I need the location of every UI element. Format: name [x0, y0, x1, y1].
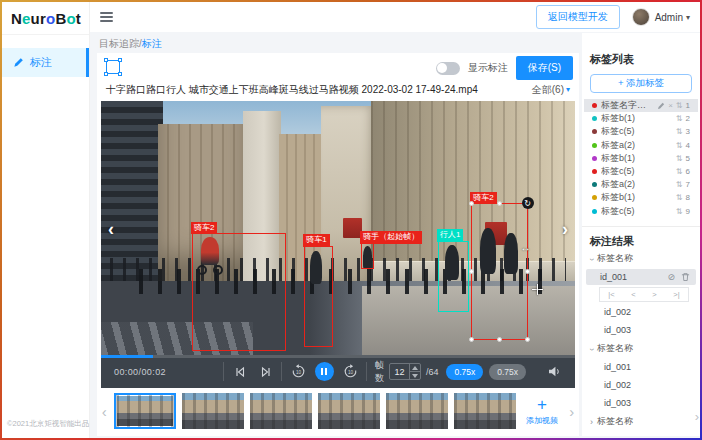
breadcrumb-parent[interactable]: 目标追踪	[99, 38, 139, 49]
resize-handle[interactable]	[469, 269, 474, 274]
menu-collapse-icon[interactable]	[100, 12, 113, 22]
result-item[interactable]: id_003	[590, 323, 692, 338]
rewind-10-icon[interactable]: 10	[291, 364, 306, 379]
shortcut-icon: ⇅	[676, 180, 683, 189]
tag-row[interactable]: 标签名字最长数... × ⇅ 1	[584, 99, 698, 112]
tag-row[interactable]: 标签b(1) ⇅ 8	[590, 191, 692, 204]
tag-row[interactable]: 标签b(1) ⇅ 2	[590, 112, 692, 125]
logo-part: o	[66, 10, 75, 27]
tag-row[interactable]: 标签c(5) ⇅ 6	[590, 165, 692, 178]
shortcut-icon: ⇅	[676, 141, 683, 150]
filter-label: 全部(6)	[532, 83, 564, 97]
resize-handle[interactable]	[525, 337, 530, 342]
logo-part: t	[76, 10, 81, 27]
panel-scroll-chevron[interactable]: ›	[695, 409, 699, 424]
box-rotate-handle[interactable]: ↻	[522, 197, 534, 209]
user-avatar[interactable]	[632, 8, 650, 26]
tag-color-dot	[592, 169, 597, 174]
forward-10-icon[interactable]: 10	[343, 364, 358, 379]
speed-pill-inactive[interactable]: 0.75x	[489, 364, 526, 380]
trash-icon[interactable]	[681, 272, 690, 282]
app-logo: NeuroBot	[2, 2, 89, 35]
show-annotation-toggle[interactable]	[436, 62, 460, 75]
result-item-selected[interactable]: id_001 ⊘	[586, 269, 696, 285]
logo-part: ur	[31, 10, 46, 27]
resize-handle[interactable]	[497, 337, 502, 342]
result-id: id_003	[604, 325, 631, 335]
step-up-icon[interactable]	[410, 364, 420, 371]
video-thumbnail[interactable]	[182, 393, 244, 429]
tag-name: 标签c(5)	[601, 205, 673, 218]
result-item[interactable]: id_002	[590, 305, 692, 320]
tag-row[interactable]: 标签a(2) ⇅ 7	[590, 178, 692, 191]
filmstrip-next-icon[interactable]: ›	[568, 403, 576, 420]
resize-handle[interactable]	[469, 201, 474, 206]
add-tag-button[interactable]: + 添加标签	[590, 74, 692, 93]
annotation-bbox[interactable]: 骑手（起始帧）	[361, 243, 375, 270]
tag-shortcut: 1	[686, 101, 690, 110]
annotation-bbox[interactable]: 行人1	[438, 241, 470, 312]
video-thumbnail[interactable]	[454, 393, 516, 429]
result-item[interactable]: id_001	[590, 360, 692, 375]
progress-track[interactable]	[101, 355, 575, 358]
result-group-header[interactable]: › 标签名称	[590, 341, 692, 357]
resize-handle[interactable]	[525, 269, 530, 274]
pager-first-icon[interactable]: |<	[608, 290, 614, 299]
video-thumbnail-selected[interactable]	[114, 393, 176, 429]
frame-number-stepper	[389, 363, 421, 380]
tag-row[interactable]: 标签c(5) ⇅ 3	[590, 125, 692, 138]
shortcut-icon: ⇅	[676, 167, 683, 176]
video-canvas[interactable]: ‹ › 骑车2 骑车1 骑手（起始帧） 行人1 骑车2	[101, 101, 575, 355]
video-thumbnail[interactable]	[386, 393, 448, 429]
tag-shortcut: 6	[686, 167, 690, 176]
username-text: Admin	[655, 12, 683, 23]
pager-last-icon[interactable]: >|	[673, 290, 679, 299]
tag-shortcut: 8	[686, 193, 690, 202]
breadcrumb-current[interactable]: 标注	[142, 38, 162, 49]
resize-handle[interactable]	[469, 337, 474, 342]
next-frame-icon[interactable]	[260, 366, 272, 378]
tag-name: 标签b(1)	[601, 191, 673, 204]
bbox-label: 骑车1	[303, 234, 329, 246]
delete-tag-icon[interactable]: ×	[668, 101, 673, 110]
time-display: 00:00/00:02	[101, 355, 223, 388]
app-window: NeuroBot 标注 ©2021北京矩视智能出品 返回模型开发 Admin ▾…	[0, 0, 702, 440]
frame-number-input[interactable]	[390, 364, 409, 379]
pager-prev-icon[interactable]: <	[631, 290, 635, 299]
video-prev-arrow[interactable]: ‹	[108, 220, 114, 238]
result-item[interactable]: id_002	[590, 378, 692, 393]
annotation-bbox[interactable]: 骑车1	[304, 246, 333, 348]
edit-tag-icon[interactable]	[657, 102, 665, 110]
user-menu[interactable]: Admin ▾	[655, 12, 690, 23]
add-video-button[interactable]: + 添加视频	[522, 391, 561, 431]
prev-frame-icon[interactable]	[234, 366, 246, 378]
hide-annotation-icon[interactable]: ⊘	[667, 272, 675, 282]
sidebar-item-annotate[interactable]: 标注	[2, 48, 89, 77]
back-to-model-dev-button[interactable]: 返回模型开发	[536, 5, 620, 29]
pager-next-icon[interactable]: >	[652, 290, 656, 299]
step-down-icon[interactable]	[410, 371, 420, 379]
save-button[interactable]: 保存(S)	[516, 56, 573, 80]
caret-down-icon: ▾	[566, 85, 570, 94]
result-group-header[interactable]: › 标签名称	[590, 414, 692, 430]
tag-name: 标签a(2)	[601, 178, 673, 191]
video-thumbnail[interactable]	[250, 393, 312, 429]
annotation-bbox-selected[interactable]: 骑车2 ↻	[471, 203, 528, 340]
resize-handle[interactable]	[497, 201, 502, 206]
draw-bbox-tool-icon[interactable]	[106, 60, 120, 74]
result-item[interactable]: id_003	[590, 396, 692, 411]
annotation-filter-dropdown[interactable]: 全部(6) ▾	[532, 83, 570, 97]
video-next-arrow[interactable]: ›	[562, 220, 568, 238]
result-group-header[interactable]: › 标签名称	[590, 251, 692, 267]
tag-row[interactable]: 标签b(1) ⇅ 5	[590, 152, 692, 165]
bbox-label: 骑车2	[191, 222, 217, 234]
tag-row[interactable]: 标签c(5) ⇅ 9	[590, 205, 692, 218]
pause-button[interactable]	[315, 362, 334, 381]
frame-total-label: /64	[426, 367, 439, 377]
volume-icon[interactable]	[548, 366, 561, 377]
filmstrip-prev-icon[interactable]: ‹	[100, 403, 108, 420]
video-thumbnail[interactable]	[318, 393, 380, 429]
speed-pill-active[interactable]: 0.75x	[446, 364, 483, 380]
annotation-bbox[interactable]: 骑车2	[192, 233, 287, 351]
tag-row[interactable]: 标签a(2) ⇅ 4	[590, 139, 692, 152]
